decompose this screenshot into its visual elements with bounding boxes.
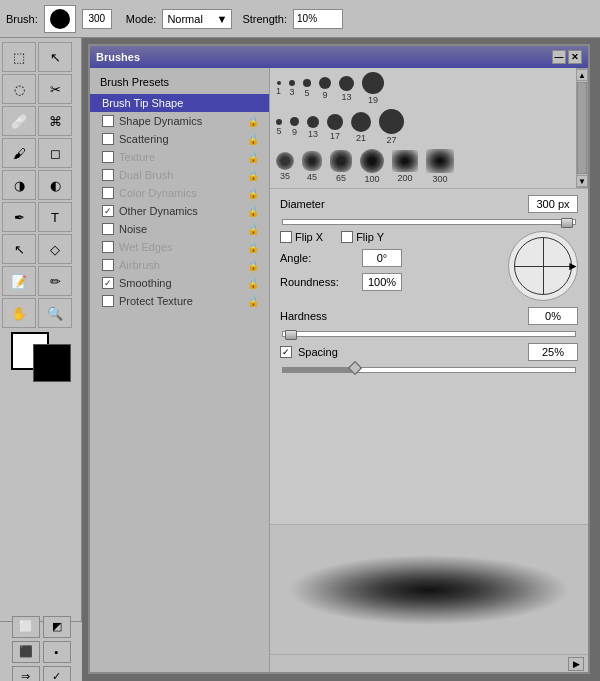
hardness-value[interactable]: 0% (528, 307, 578, 325)
brush-item-13[interactable]: 13 (339, 76, 354, 102)
flip-y-item: Flip Y (341, 231, 384, 243)
brush-item-21[interactable]: 21 (351, 112, 371, 143)
brush-item-17[interactable]: 17 (327, 114, 343, 141)
flip-x-checkbox[interactable] (280, 231, 292, 243)
spacing-slider-track[interactable] (282, 367, 576, 373)
spacing-checkbox[interactable] (280, 346, 292, 358)
spacing-value[interactable]: 25% (528, 343, 578, 361)
brush-item-13b[interactable]: 13 (307, 116, 319, 139)
tool-burn[interactable]: ◐ (38, 170, 72, 200)
flip-y-checkbox[interactable] (341, 231, 353, 243)
sidebar-item-protect-texture[interactable]: Protect Texture 🔒 (90, 292, 269, 310)
tool-brush[interactable]: 🖌 (2, 138, 36, 168)
standard-mode[interactable]: ⬜ (12, 616, 40, 638)
tool-clone[interactable]: ⌘ (38, 106, 72, 136)
sidebar-item-shape-dynamics[interactable]: Shape Dynamics 🔒 (90, 112, 269, 130)
sidebar-item-noise[interactable]: Noise 🔒 (90, 220, 269, 238)
sidebar-item-texture[interactable]: Texture 🔒 (90, 148, 269, 166)
sidebar-item-smoothing[interactable]: Smoothing 🔒 (90, 274, 269, 292)
hardness-slider-track[interactable] (282, 331, 576, 337)
tool-move[interactable]: ↖ (38, 42, 72, 72)
tool-zoom[interactable]: 🔍 (38, 298, 72, 328)
tool-dodge[interactable]: ◑ (2, 170, 36, 200)
texture-checkbox[interactable] (102, 151, 114, 163)
scattering-checkbox[interactable] (102, 133, 114, 145)
tool-lasso[interactable]: ◌ (2, 74, 36, 104)
tool-text[interactable]: T (38, 202, 72, 232)
brush-item-100[interactable]: 100 (360, 149, 384, 184)
brush-size-input[interactable]: 300 (82, 9, 112, 29)
brush-item-300[interactable]: 300 (426, 149, 454, 184)
angle-value[interactable]: 0° (362, 249, 402, 267)
scroll-down-button[interactable]: ▼ (576, 175, 588, 187)
panel-title: Brushes (96, 51, 140, 63)
protect-texture-label: Protect Texture (119, 295, 193, 307)
fullscreen-mode[interactable]: ▪ (43, 641, 71, 663)
brush-item-5[interactable]: 5 (303, 79, 311, 98)
tool-eyedropper[interactable]: ✏ (38, 266, 72, 296)
protect-texture-checkbox[interactable] (102, 295, 114, 307)
brush-item-9[interactable]: 9 (319, 77, 331, 100)
brush-item-27[interactable]: 27 (379, 109, 404, 145)
quick-mask-mode[interactable]: ◩ (43, 616, 71, 638)
tool-pen[interactable]: ✒ (2, 202, 36, 232)
wet-edges-checkbox[interactable] (102, 241, 114, 253)
brush-item-1[interactable]: 1 (276, 81, 281, 96)
noise-checkbox[interactable] (102, 223, 114, 235)
panel-options-button[interactable]: ▶ (568, 657, 584, 671)
mode-dropdown[interactable]: Normal ▼ (162, 9, 232, 29)
diameter-slider-thumb[interactable] (561, 218, 573, 228)
wet-edges-label: Wet Edges (119, 241, 173, 253)
tool-hand[interactable]: ✋ (2, 298, 36, 328)
brush-item-65[interactable]: 65 (330, 150, 352, 183)
tool-notes[interactable]: 📝 (2, 266, 36, 296)
background-color[interactable] (33, 344, 71, 382)
brush-item-9b[interactable]: 9 (290, 117, 299, 137)
sidebar-item-scattering[interactable]: Scattering 🔒 (90, 130, 269, 148)
brush-item-19[interactable]: 19 (362, 72, 384, 105)
tool-heal[interactable]: 🩹 (2, 106, 36, 136)
scroll-thumb[interactable] (577, 82, 587, 174)
close-button[interactable]: ✕ (568, 50, 582, 64)
brush-item-3[interactable]: 3 (289, 80, 295, 97)
shape-dynamics-checkbox[interactable] (102, 115, 114, 127)
tool-path-select[interactable]: ↖ (2, 234, 36, 264)
sidebar-item-dual-brush[interactable]: Dual Brush 🔒 (90, 166, 269, 184)
image-ready[interactable]: ✓ (43, 666, 71, 682)
minimize-button[interactable]: — (552, 50, 566, 64)
other-dynamics-checkbox[interactable] (102, 205, 114, 217)
brush-item-45[interactable]: 45 (302, 151, 322, 182)
airbrush-checkbox[interactable] (102, 259, 114, 271)
sidebar-item-brush-tip-shape[interactable]: Brush Tip Shape (90, 94, 269, 112)
screen-mode[interactable]: ⬛ (12, 641, 40, 663)
brush-preview-box[interactable] (44, 5, 76, 33)
sidebar-item-wet-edges[interactable]: Wet Edges 🔒 (90, 238, 269, 256)
tool-eraser[interactable]: ◻ (38, 138, 72, 168)
smoothing-checkbox[interactable] (102, 277, 114, 289)
brush-item-5b[interactable]: 5 (276, 119, 282, 136)
strength-input[interactable]: 10% (293, 9, 343, 29)
scroll-up-button[interactable]: ▲ (576, 69, 588, 81)
brush-grid-scrollbar[interactable]: ▲ ▼ (576, 68, 588, 188)
color-dynamics-checkbox[interactable] (102, 187, 114, 199)
sidebar-item-other-dynamics[interactable]: Other Dynamics 🔒 (90, 202, 269, 220)
color-swatches (11, 332, 71, 382)
protect-texture-lock: 🔒 (247, 296, 259, 307)
sidebar-item-color-dynamics[interactable]: Color Dynamics 🔒 (90, 184, 269, 202)
brush-item-200[interactable]: 200 (392, 150, 418, 183)
diameter-value[interactable]: 300 px (528, 195, 578, 213)
hardness-slider-thumb[interactable] (285, 330, 297, 340)
tool-crop[interactable]: ✂ (38, 74, 72, 104)
brush-item-35[interactable]: 35 (276, 152, 294, 181)
mode-buttons: ⬜ ◩ ⬛ ▪ ⇒ ✓ (0, 621, 82, 681)
tool-shape[interactable]: ◇ (38, 234, 72, 264)
roundness-value[interactable]: 100% (362, 273, 402, 291)
spacing-slider-diamond[interactable] (350, 363, 360, 373)
texture-lock: 🔒 (247, 152, 259, 163)
diameter-slider-track[interactable] (282, 219, 576, 225)
dual-brush-checkbox[interactable] (102, 169, 114, 181)
angle-circle[interactable]: ► (514, 237, 572, 295)
jump-to[interactable]: ⇒ (12, 666, 40, 682)
sidebar-item-airbrush[interactable]: Airbrush 🔒 (90, 256, 269, 274)
tool-select[interactable]: ⬚ (2, 42, 36, 72)
